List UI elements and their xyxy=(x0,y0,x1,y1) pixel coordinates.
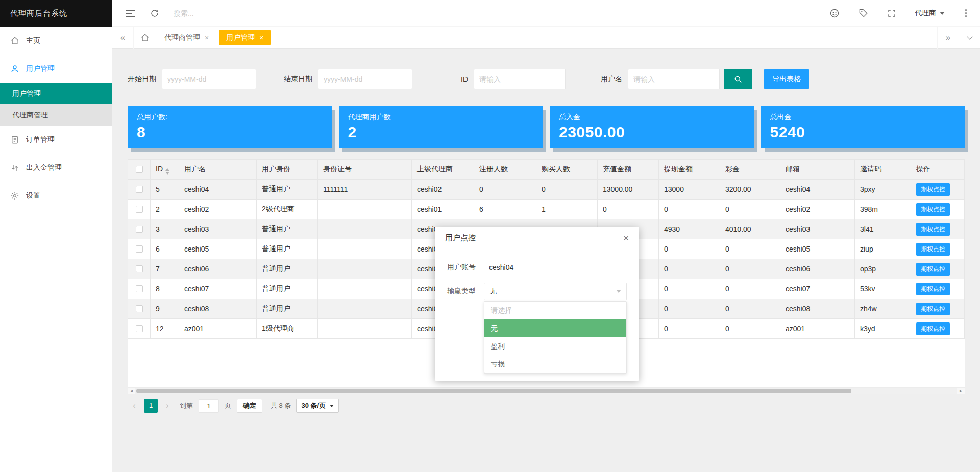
winloss-type-select[interactable]: 无 xyxy=(484,283,627,300)
start-date-input[interactable] xyxy=(162,69,256,89)
table-cell: 398m xyxy=(855,200,911,219)
sidebar-item-label: 用户管理 xyxy=(26,64,55,73)
row-checkbox[interactable] xyxy=(136,245,143,253)
sidebar-subitem-agent-management[interactable]: 代理商管理 xyxy=(0,104,112,126)
modal-header: 用户点控 × xyxy=(435,227,639,250)
table-cell: 0 xyxy=(474,180,536,200)
page-number-input[interactable] xyxy=(199,399,219,413)
row-checkbox[interactable] xyxy=(136,285,143,292)
option-control-button[interactable]: 期权点控 xyxy=(916,283,950,295)
option-control-button[interactable]: 期权点控 xyxy=(916,183,950,196)
option-control-button[interactable]: 期权点控 xyxy=(916,223,950,236)
tabs-scroll-left-icon[interactable]: « xyxy=(112,27,134,49)
tab-label: 用户管理 xyxy=(226,33,255,42)
table-cell: 1 xyxy=(536,200,598,219)
table-cell: ceshi02 xyxy=(412,180,474,200)
more-menu-icon[interactable] xyxy=(962,8,970,18)
scroll-left-icon[interactable]: ◄ xyxy=(128,388,135,394)
row-checkbox[interactable] xyxy=(136,265,143,272)
tabs-menu-icon[interactable] xyxy=(959,27,980,49)
id-filter-input[interactable] xyxy=(474,69,566,89)
table-cell: 0 xyxy=(720,259,780,279)
modal-title: 用户点控 xyxy=(445,233,476,243)
sidebar-item-settings[interactable]: 设置 xyxy=(0,182,112,210)
tab-close-icon[interactable]: × xyxy=(259,34,263,42)
column-header: 购买人数 xyxy=(536,160,598,180)
table-cell: 普通用户 xyxy=(257,219,318,239)
table-cell: 0 xyxy=(720,239,780,259)
row-checkbox[interactable] xyxy=(136,305,143,312)
sidebar-item-label: 订单管理 xyxy=(26,135,55,144)
search-input[interactable] xyxy=(174,6,263,21)
sidebar-item-label: 设置 xyxy=(26,191,40,201)
next-page-button[interactable]: › xyxy=(161,399,174,413)
sidebar-subitem-user-management[interactable]: 用户管理 xyxy=(0,83,112,104)
column-header: 充值金额 xyxy=(598,160,659,180)
row-checkbox[interactable] xyxy=(136,325,143,332)
column-header: 用户身份 xyxy=(257,160,318,180)
row-checkbox[interactable] xyxy=(136,226,143,233)
tab-close-icon[interactable]: × xyxy=(205,34,209,42)
sidebar-item-order-management[interactable]: 订单管理 xyxy=(0,126,112,154)
table-cell: 0 xyxy=(536,180,598,200)
option-control-button[interactable]: 期权点控 xyxy=(916,322,950,335)
select-all-checkbox[interactable] xyxy=(136,166,143,173)
per-page-select[interactable]: 30 条/页 xyxy=(296,399,339,413)
tab-agent-management[interactable]: 代理商管理 × xyxy=(156,27,217,49)
confirm-page-button[interactable]: 确定 xyxy=(237,399,262,413)
current-page-button[interactable]: 1 xyxy=(144,399,158,413)
sidebar-item-label: 主页 xyxy=(26,36,40,45)
sidebar-item-user-management[interactable]: 用户管理 xyxy=(0,55,112,83)
horizontal-scrollbar[interactable]: ◄ ► xyxy=(128,387,965,394)
column-header-id[interactable]: ID xyxy=(151,160,179,180)
close-icon[interactable]: × xyxy=(623,233,629,243)
table-cell: 2级代理商 xyxy=(257,200,318,219)
table-cell: 8 xyxy=(151,279,179,299)
username-filter-input[interactable] xyxy=(628,69,720,89)
option-control-button[interactable]: 期权点控 xyxy=(916,263,950,276)
row-checkbox[interactable] xyxy=(136,186,143,193)
scrollbar-track[interactable] xyxy=(135,388,957,394)
sidebar-item-funds-management[interactable]: 出入金管理 xyxy=(0,154,112,182)
table-cell: az001 xyxy=(780,319,855,339)
option-control-button[interactable]: 期权点控 xyxy=(916,243,950,256)
table-cell: 13000 xyxy=(659,180,720,200)
theme-face-icon[interactable] xyxy=(829,8,840,19)
account-input[interactable] xyxy=(484,259,627,276)
scrollbar-thumb[interactable] xyxy=(136,389,851,393)
column-header: 提现金额 xyxy=(659,160,720,180)
table-cell: 普通用户 xyxy=(257,180,318,200)
end-date-input[interactable] xyxy=(318,69,412,89)
column-header: 邮箱 xyxy=(780,160,855,180)
scroll-right-icon[interactable]: ► xyxy=(957,388,965,394)
topbar: 代理商 xyxy=(112,0,980,27)
export-table-button[interactable]: 导出表格 xyxy=(764,69,809,89)
tabs-scroll-right-icon[interactable]: » xyxy=(937,27,959,49)
tab-user-management[interactable]: 用户管理 × xyxy=(219,30,271,45)
refresh-icon[interactable] xyxy=(149,8,160,19)
table-row: 2ceshi022级代理商ceshi0161000ceshi02398m期权点控 xyxy=(128,200,965,219)
fullscreen-icon[interactable] xyxy=(886,8,897,19)
table-cell: ceshi07 xyxy=(780,279,855,299)
sort-icon[interactable] xyxy=(165,168,169,175)
stat-label: 总出金 xyxy=(770,113,956,122)
user-icon xyxy=(10,64,19,73)
table-cell: ceshi08 xyxy=(179,299,257,319)
search-button[interactable] xyxy=(724,69,752,89)
dropdown-option-none[interactable]: 无 xyxy=(484,319,626,337)
dropdown-option-profit[interactable]: 盈利 xyxy=(484,337,626,355)
dropdown-option-loss[interactable]: 亏损 xyxy=(484,355,626,373)
tab-bar: « 代理商管理 × 用户管理 × » xyxy=(112,27,980,49)
table-cell: ceshi04 xyxy=(780,180,855,200)
prev-page-button[interactable]: ‹ xyxy=(128,399,141,413)
sidebar-item-home[interactable]: 主页 xyxy=(0,27,112,55)
dropdown-option-placeholder[interactable]: 请选择 xyxy=(484,302,626,319)
start-date-label: 开始日期 xyxy=(128,74,156,84)
tag-icon[interactable] xyxy=(857,8,869,19)
row-checkbox[interactable] xyxy=(136,206,143,213)
collapse-sidebar-icon[interactable] xyxy=(125,8,136,19)
user-dropdown[interactable]: 代理商 xyxy=(915,9,945,18)
option-control-button[interactable]: 期权点控 xyxy=(916,303,950,315)
tab-home-icon[interactable] xyxy=(134,27,156,49)
option-control-button[interactable]: 期权点控 xyxy=(916,203,950,216)
